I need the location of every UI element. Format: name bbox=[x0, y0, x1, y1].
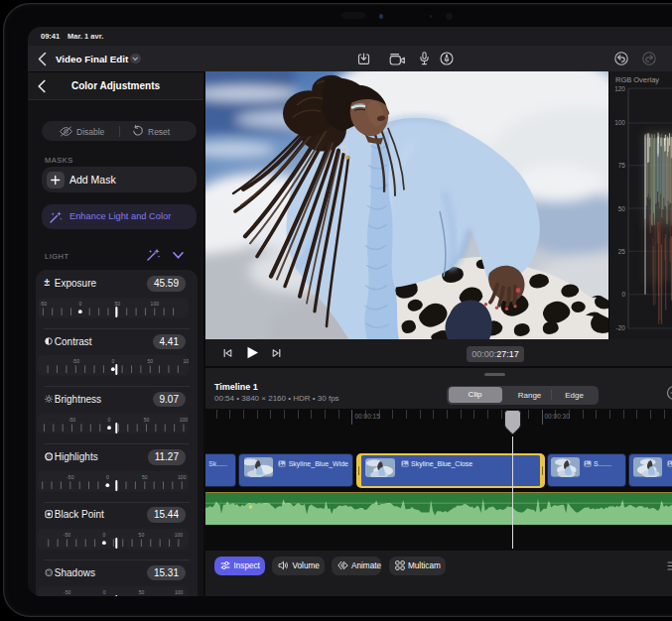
svg-text:50: 50 bbox=[138, 589, 144, 595]
svg-text:-50: -50 bbox=[67, 417, 74, 423]
svg-text:100: 100 bbox=[614, 119, 625, 126]
svg-text:50: 50 bbox=[114, 301, 120, 307]
svg-text:-50: -50 bbox=[64, 589, 70, 595]
svg-text:0: 0 bbox=[105, 474, 108, 480]
svg-text:0: 0 bbox=[621, 291, 625, 298]
svg-text:0: 0 bbox=[102, 589, 105, 595]
svg-text:-50: -50 bbox=[67, 474, 73, 480]
svg-text:100: 100 bbox=[178, 474, 187, 480]
svg-text:100: 100 bbox=[183, 358, 188, 364]
svg-text:0: 0 bbox=[78, 301, 81, 307]
svg-text:50: 50 bbox=[142, 474, 148, 480]
svg-text:0: 0 bbox=[111, 358, 114, 364]
svg-text:50: 50 bbox=[138, 532, 144, 538]
svg-text:50: 50 bbox=[143, 417, 149, 423]
svg-text:-50: -50 bbox=[63, 532, 69, 538]
svg-text:-50: -50 bbox=[39, 301, 46, 307]
svg-text:100: 100 bbox=[179, 417, 188, 423]
svg-text:100: 100 bbox=[174, 532, 183, 538]
svg-text:25: 25 bbox=[618, 248, 626, 255]
svg-text:-50: -50 bbox=[71, 358, 78, 364]
svg-text:75: 75 bbox=[618, 162, 626, 169]
svg-text:RGB Overlay: RGB Overlay bbox=[615, 75, 659, 84]
svg-text:100: 100 bbox=[150, 301, 159, 307]
svg-text:100: 100 bbox=[174, 589, 183, 595]
svg-text:-20: -20 bbox=[616, 324, 626, 331]
svg-text:0: 0 bbox=[107, 417, 110, 423]
svg-text:0: 0 bbox=[102, 532, 105, 538]
svg-text:50: 50 bbox=[618, 205, 626, 212]
svg-text:120: 120 bbox=[614, 85, 625, 92]
svg-text:50: 50 bbox=[147, 358, 153, 364]
